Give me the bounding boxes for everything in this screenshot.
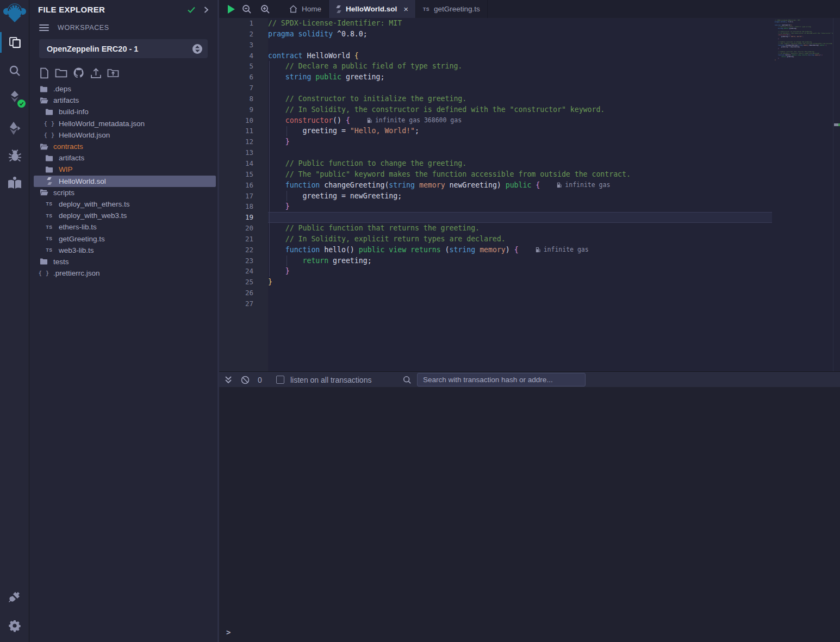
code-line-16[interactable]: 16 function changeGreeting(string memory…	[219, 180, 772, 191]
workspace-sort-icon	[192, 44, 202, 54]
ts-icon: TS	[45, 225, 54, 230]
terminal-expand-icon[interactable]	[225, 372, 232, 388]
code-line-1[interactable]: 1// SPDX-License-Identifier: MIT	[219, 18, 772, 29]
sidebar-item-debugger[interactable]	[0, 144, 29, 167]
code-line-5[interactable]: 5 // Declare a public field of type stri…	[219, 61, 772, 72]
folder-icon	[45, 108, 54, 116]
editor-scrollbar[interactable]	[833, 18, 840, 371]
folder-icon	[39, 85, 48, 93]
terminal-output[interactable]: >	[219, 387, 840, 642]
chevron-right-icon[interactable]	[203, 6, 209, 14]
sidebar-item-learneth[interactable]	[0, 171, 29, 195]
code-line-3[interactable]: 3	[219, 40, 772, 51]
github-icon[interactable]	[73, 67, 85, 79]
line-number: 14	[219, 158, 268, 169]
line-content: }	[268, 266, 772, 277]
code-line-11[interactable]: 11 greeting = "Hello, World!";	[219, 126, 772, 136]
tree-item-deploy-with-web3-ts[interactable]: TSdeploy_with_web3.ts	[34, 210, 216, 221]
sidebar-item-plugin-manager[interactable]	[0, 585, 29, 609]
json-icon: { }	[45, 120, 54, 127]
scrollbar-handle[interactable]	[834, 123, 838, 126]
code-area[interactable]: 1// SPDX-License-Identifier: MIT2pragma …	[219, 18, 772, 371]
workspaces-menu-icon[interactable]	[39, 23, 49, 33]
code-line-9[interactable]: 9 // In Solidity, the constructor is def…	[219, 104, 772, 115]
code-line-27[interactable]: 27	[219, 298, 772, 309]
sidebar-item-search[interactable]	[0, 59, 29, 83]
code-line-13[interactable]: 13	[219, 147, 772, 158]
code-line-17[interactable]: 17 greeting = newGreeting;	[219, 191, 772, 202]
activity-bar	[0, 0, 29, 642]
tree-item-ethers-lib-ts[interactable]: TSethers-lib.ts	[34, 221, 216, 233]
code-line-25[interactable]: 25}	[219, 277, 772, 288]
sidebar-item-settings[interactable]	[0, 614, 29, 638]
folder-icon	[45, 166, 54, 173]
open-folder-icon[interactable]	[107, 67, 119, 78]
tree-item--deps[interactable]: .deps	[34, 83, 216, 95]
line-number: 5	[219, 61, 268, 72]
line-number: 26	[219, 288, 268, 298]
code-line-2[interactable]: 2pragma solidity ^0.8.0;	[219, 29, 772, 40]
tab-home[interactable]: Home	[282, 0, 329, 18]
tree-item-helloworld-json[interactable]: { }HelloWorld.json	[34, 129, 216, 141]
gas-estimate-annotation: infinite gas	[535, 245, 589, 255]
tree-item-web3-lib-ts[interactable]: TSweb3-lib.ts	[34, 245, 216, 256]
line-content: // In Solidity, explicit return types ar…	[268, 234, 772, 245]
code-line-22[interactable]: 22 function hello() public view returns …	[219, 245, 772, 255]
sidebar-item-deploy-and-run[interactable]	[0, 116, 29, 140]
code-line-19[interactable]: 19	[219, 212, 772, 223]
tree-item-deploy-with-ethers-ts[interactable]: TSdeploy_with_ethers.ts	[34, 198, 216, 210]
run-script-button[interactable]	[219, 0, 238, 18]
code-editor[interactable]: 1// SPDX-License-Identifier: MIT2pragma …	[219, 18, 840, 371]
close-icon[interactable]: ×	[403, 4, 408, 14]
tree-item-label: ethers-lib.ts	[59, 223, 97, 231]
tree-item-scripts[interactable]: scripts	[34, 187, 216, 198]
ts-icon: TS	[423, 7, 430, 12]
remix-logo-icon[interactable]	[0, 0, 29, 30]
minimap[interactable]: // SPDX-License-Identifier: MITpragma so…	[772, 18, 833, 371]
code-line-12[interactable]: 12 }	[219, 136, 772, 147]
zoom-out-button[interactable]	[238, 0, 256, 18]
code-line-18[interactable]: 18 }	[219, 201, 772, 212]
terminal-search-input[interactable]	[417, 373, 586, 387]
tree-item-getgreeting-ts[interactable]: TSgetGreeting.ts	[34, 233, 216, 244]
code-line-26[interactable]: 26	[219, 288, 772, 298]
tree-item-helloworld-metadata-json[interactable]: { }HelloWorld_metadata.json	[34, 118, 216, 129]
tree-item-wip[interactable]: WIP	[34, 164, 216, 175]
code-line-10[interactable]: 10 constructor() {infinite gas 368600 ga…	[219, 115, 772, 126]
listen-transactions-checkbox[interactable]	[276, 376, 284, 384]
code-line-4[interactable]: 4contract HelloWorld {	[219, 51, 772, 61]
check-icon[interactable]	[187, 6, 196, 14]
code-line-15[interactable]: 15 // The "public" keyword makes the fun…	[219, 169, 772, 180]
tree-item-artifacts[interactable]: artifacts	[34, 95, 216, 106]
folder-open-icon	[39, 189, 48, 196]
code-line-20[interactable]: 20 // Public function that returns the g…	[219, 223, 772, 234]
clear-console-icon[interactable]	[241, 372, 250, 388]
new-file-icon[interactable]	[39, 67, 49, 79]
tree-item-build-info[interactable]: build-info	[34, 106, 216, 117]
code-line-14[interactable]: 14 // Public function to change the gree…	[219, 158, 772, 169]
code-line-21[interactable]: 21 // In Solidity, explicit return types…	[219, 234, 772, 245]
tree-item-contracts[interactable]: contracts	[34, 141, 216, 152]
code-line-24[interactable]: 24 }	[219, 266, 772, 277]
new-folder-icon[interactable]	[55, 67, 67, 78]
tree-item-artifacts[interactable]: artifacts	[34, 152, 216, 164]
tree-item--prettierrc-json[interactable]: { }.prettierrc.json	[34, 267, 216, 279]
workspace-select[interactable]: OpenZeppelin ERC20 - 1	[39, 39, 208, 58]
tree-item-helloworld-sol[interactable]: HelloWorld.sol	[34, 176, 216, 187]
tree-item-label: tests	[53, 258, 69, 266]
tree-item-label: build-info	[59, 108, 89, 116]
code-line-6[interactable]: 6 string public greeting;	[219, 72, 772, 83]
sidebar-item-solidity-compiler[interactable]	[0, 86, 29, 110]
tree-item-tests[interactable]: tests	[34, 256, 216, 267]
upload-icon[interactable]	[90, 67, 102, 79]
code-line-23[interactable]: 23 return greeting;	[219, 255, 772, 266]
indent-guide	[287, 255, 287, 266]
sidebar-item-file-explorer[interactable]	[0, 30, 29, 54]
zoom-in-button[interactable]	[256, 0, 275, 18]
tab-helloworld-sol[interactable]: HelloWorld.sol×	[329, 0, 416, 18]
code-line-7[interactable]: 7	[219, 83, 772, 94]
json-icon: { }	[45, 132, 54, 139]
tab-getgreeting-ts[interactable]: TSgetGreeting.ts	[416, 0, 488, 18]
line-content: function changeGreeting(string memory ne…	[268, 180, 772, 191]
code-line-8[interactable]: 8 // Constructor to initialize the greet…	[219, 94, 772, 104]
